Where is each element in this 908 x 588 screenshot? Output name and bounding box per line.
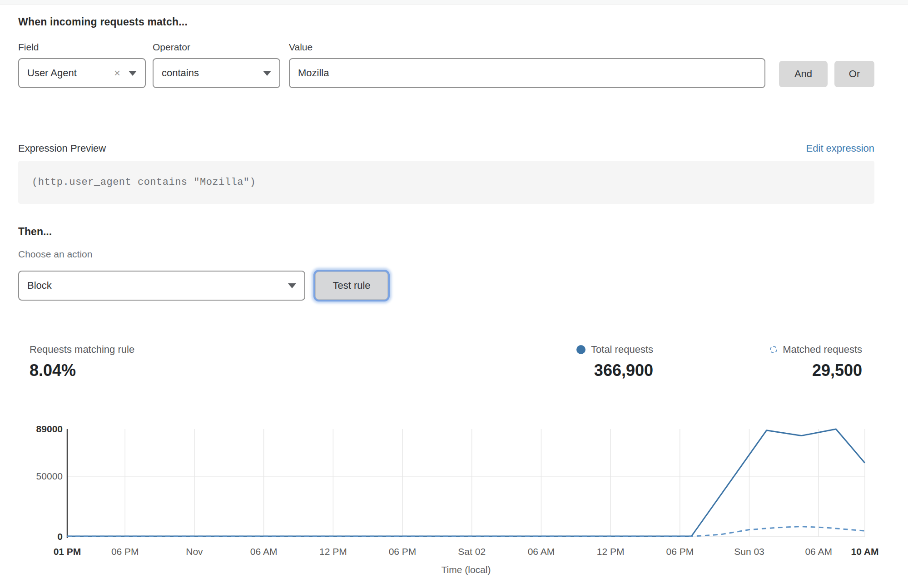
field-select-value: User Agent	[27, 67, 77, 79]
chevron-down-icon	[263, 71, 271, 76]
action-select-value: Block	[27, 280, 52, 292]
top-divider	[0, 0, 908, 5]
svg-text:06 AM: 06 AM	[528, 546, 555, 557]
svg-text:12 PM: 12 PM	[597, 546, 625, 557]
svg-text:Time (local): Time (local)	[442, 564, 491, 575]
svg-text:12 PM: 12 PM	[319, 546, 347, 557]
field-label: Field	[18, 42, 146, 53]
value-input[interactable]	[289, 58, 765, 88]
match-rate-label: Requests matching rule	[30, 344, 134, 356]
svg-text:06 PM: 06 PM	[666, 546, 694, 557]
expression-preview-label: Expression Preview	[18, 143, 106, 154]
svg-text:0: 0	[57, 531, 63, 542]
field-select[interactable]: User Agent ×	[18, 58, 146, 88]
svg-text:50000: 50000	[36, 471, 63, 481]
then-heading: Then...	[18, 226, 874, 238]
chevron-down-icon	[288, 283, 296, 288]
svg-text:06 AM: 06 AM	[805, 546, 832, 557]
expression-code: (http.user_agent contains "Mozilla")	[32, 177, 256, 188]
svg-text:Nov: Nov	[186, 546, 203, 557]
clear-field-icon[interactable]: ×	[114, 68, 120, 79]
operator-select[interactable]: contains	[153, 58, 280, 88]
svg-text:Sat 02: Sat 02	[458, 546, 486, 557]
matched-requests-label: Matched requests	[783, 344, 862, 356]
svg-text:Sun 03: Sun 03	[734, 546, 764, 557]
svg-text:06 PM: 06 PM	[111, 546, 139, 557]
match-rate-value: 8.04%	[30, 361, 134, 380]
action-select[interactable]: Block	[18, 271, 305, 301]
svg-text:06 PM: 06 PM	[389, 546, 417, 557]
operator-label: Operator	[153, 42, 280, 53]
total-requests-label: Total requests	[591, 344, 653, 356]
total-requests-value: 366,900	[576, 361, 653, 380]
svg-text:10 AM: 10 AM	[851, 546, 878, 557]
svg-text:06 AM: 06 AM	[250, 546, 278, 557]
matched-requests-value: 29,500	[770, 361, 862, 380]
svg-text:89000: 89000	[36, 424, 63, 434]
edit-expression-link[interactable]: Edit expression	[806, 143, 874, 154]
expression-preview-box: (http.user_agent contains "Mozilla")	[18, 161, 874, 204]
test-rule-button[interactable]: Test rule	[315, 272, 388, 300]
chevron-down-icon	[129, 71, 137, 76]
operator-select-value: contains	[162, 67, 199, 79]
matched-requests-legend-icon	[770, 346, 777, 353]
requests-chart: 0500008900001 PM06 PMNov06 AM12 PM06 PMS…	[0, 419, 908, 580]
line-chart-canvas: 0500008900001 PM06 PMNov06 AM12 PM06 PMS…	[0, 419, 908, 580]
rule-builder-row: Field User Agent × Operator contains Val…	[18, 42, 874, 89]
or-button[interactable]: Or	[834, 61, 874, 87]
match-heading: When incoming requests match...	[18, 16, 874, 28]
svg-text:01 PM: 01 PM	[54, 546, 81, 557]
value-label: Value	[289, 42, 765, 53]
choose-action-label: Choose an action	[18, 249, 874, 260]
and-button[interactable]: And	[779, 61, 828, 87]
total-requests-legend-icon	[576, 345, 585, 354]
